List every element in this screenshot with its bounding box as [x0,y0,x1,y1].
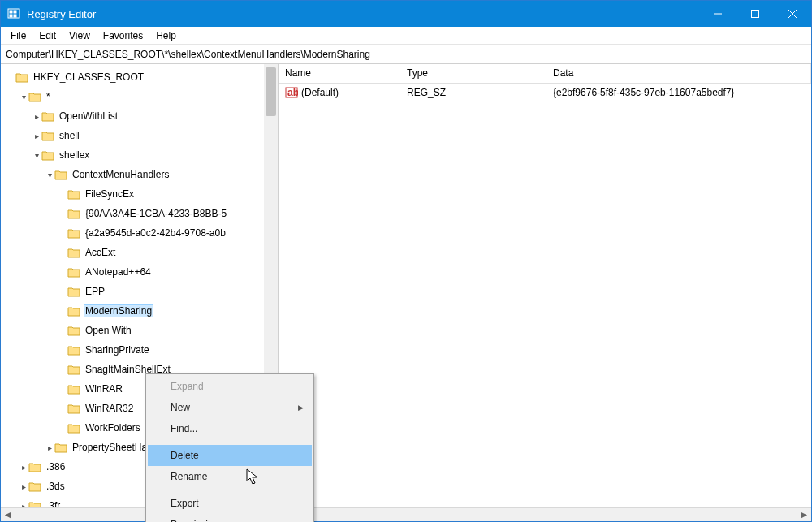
value-row[interactable]: ab (Default) REG_SZ {e2bf9676-5f8f-435c-… [279,84,811,101]
menu-edit[interactable]: Edit [32,28,63,43]
svg-rect-3 [10,15,12,17]
chevron-down-icon[interactable]: ▾ [32,151,41,160]
folder-icon [28,481,41,492]
column-data[interactable]: Data [546,64,811,83]
tree-item-filesyncex[interactable]: FileSyncEx [1,184,278,204]
folder-icon [67,325,80,336]
svg-rect-6 [752,11,759,18]
folder-icon [67,286,80,297]
folder-icon [41,130,54,141]
ctx-rename[interactable]: Rename [148,466,312,487]
tree-item-shellex[interactable]: ▾shellex [1,145,278,165]
folder-icon [28,500,41,507]
tree-item-contextmenuhandlers[interactable]: ▾ContextMenuHandlers [1,165,278,184]
tree-item-anotepad[interactable]: ANotepad++64 [1,262,278,282]
chevron-down-icon[interactable]: ▾ [45,170,54,179]
folder-icon [41,110,54,122]
ctx-permissions[interactable]: Permissions... [148,514,312,522]
column-type[interactable]: Type [400,64,546,83]
ctx-expand[interactable]: Expand [148,376,312,397]
folder-icon [67,266,80,278]
folder-icon [67,383,80,395]
chevron-right-icon[interactable]: ▸ [19,463,28,472]
ctx-delete[interactable]: Delete [148,445,312,466]
horizontal-scrollbar[interactable]: ◄ ► [1,507,811,521]
registry-editor-window: Registry Editor File Edit View Favorites… [0,0,812,522]
value-data: {e2bf9676-5f8f-435c-97eb-11607a5bedf7} [546,87,811,98]
menu-help[interactable]: Help [149,28,183,43]
tree-item-shell[interactable]: ▸shell [1,126,278,145]
chevron-right-icon[interactable]: ▸ [32,112,41,121]
folder-icon [67,247,80,258]
svg-rect-1 [10,11,12,13]
scroll-left-button[interactable]: ◄ [1,508,15,522]
string-value-icon: ab [285,86,298,99]
ctx-find[interactable]: Find... [148,418,312,439]
tree-item-sharing[interactable]: SharingPrivate [1,340,278,360]
svg-rect-4 [14,15,16,17]
ctx-new[interactable]: New▶ [148,397,312,418]
scrollbar-thumb[interactable] [266,67,276,116]
ctx-export[interactable]: Export [148,493,312,514]
folder-icon [67,227,80,239]
address-bar[interactable]: Computer\HKEY_CLASSES_ROOT\*\shellex\Con… [1,45,811,64]
maximize-button[interactable] [736,1,774,27]
menu-favorites[interactable]: Favorites [97,28,149,43]
menu-view[interactable]: View [63,28,97,43]
column-name[interactable]: Name [279,64,400,83]
folder-icon [67,364,80,375]
chevron-right-icon[interactable]: ▸ [19,502,28,508]
folder-icon [67,422,80,434]
tree-item-guid2[interactable]: {a2a9545d-a0c2-42b4-9708-a0b [1,223,278,243]
tree-item-openwithlist[interactable]: ▸OpenWithList [1,106,278,126]
chevron-down-icon[interactable]: ▾ [19,93,28,101]
chevron-right-icon[interactable]: ▸ [19,482,28,491]
column-headers[interactable]: Name Type Data [279,64,811,84]
value-list-pane[interactable]: Name Type Data ab (Default) REG_SZ {e2bf… [279,64,811,507]
regedit-icon [7,7,20,20]
close-button[interactable] [774,1,811,27]
tree-item-modernsharing[interactable]: ModernSharing [1,301,278,321]
folder-icon [67,208,80,219]
context-menu: Expand New▶ Find... Delete Rename Export… [145,373,314,522]
body: HKEY_CLASSES_ROOT ▾* ▸OpenWithList ▸shel… [1,64,811,507]
tree-item-accext[interactable]: AccExt [1,243,278,262]
separator [149,442,310,442]
folder-icon [28,91,41,102]
folder-icon [67,344,80,356]
folder-icon [41,149,54,161]
value-name: (Default) [301,87,339,98]
folder-icon [15,71,28,83]
separator [149,490,310,490]
chevron-right-icon[interactable]: ▸ [45,443,54,452]
folder-icon [54,169,67,180]
minimize-button[interactable] [699,1,736,27]
window-title: Registry Editor [27,8,96,20]
svg-rect-2 [14,11,16,13]
tree-item-guid1[interactable]: {90AA3A4E-1CBA-4233-B8BB-5 [1,204,278,223]
scroll-track[interactable] [15,508,797,521]
menu-file[interactable]: File [4,28,32,43]
folder-icon [67,305,80,317]
folder-icon [67,188,80,200]
address-text: Computer\HKEY_CLASSES_ROOT\*\shellex\Con… [6,49,370,60]
tree-item-epp[interactable]: EPP [1,282,278,301]
folder-icon [54,442,67,453]
tree-item-openwith[interactable]: Open With [1,321,278,340]
titlebar[interactable]: Registry Editor [1,1,811,27]
submenu-arrow-icon: ▶ [298,403,304,412]
menubar: File Edit View Favorites Help [1,27,811,45]
chevron-right-icon[interactable]: ▸ [32,132,41,140]
folder-icon [67,403,80,414]
scroll-right-button[interactable]: ► [797,508,811,522]
tree-item-hkcr[interactable]: HKEY_CLASSES_ROOT [1,67,278,87]
tree-item-star[interactable]: ▾* [1,87,278,106]
folder-icon [28,461,41,472]
value-type: REG_SZ [400,87,546,98]
svg-text:ab: ab [287,87,298,98]
